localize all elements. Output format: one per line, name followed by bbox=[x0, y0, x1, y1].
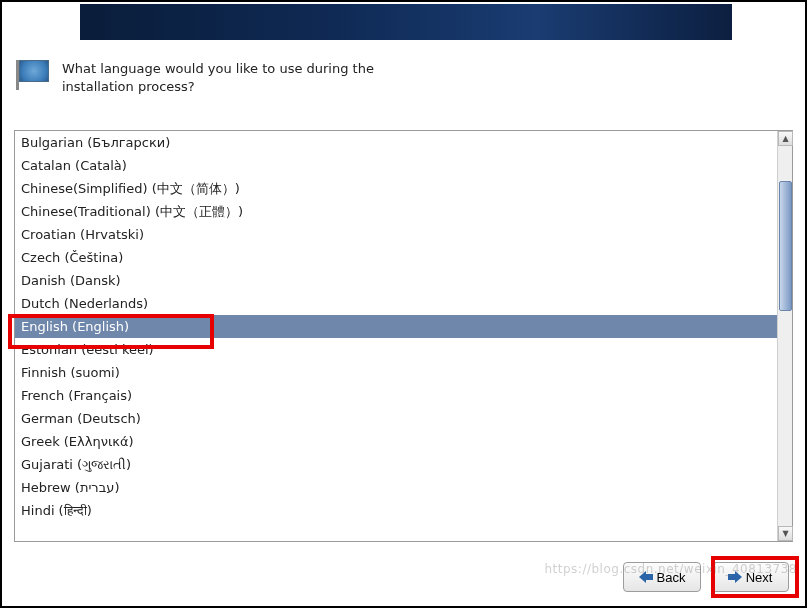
language-option[interactable]: Hindi (हिन्दी) bbox=[15, 499, 777, 522]
installer-window: What language would you like to use duri… bbox=[0, 0, 807, 608]
language-option[interactable]: Chinese(Simplified) (中文（简体）) bbox=[15, 177, 777, 200]
language-option[interactable]: Czech (Čeština) bbox=[15, 246, 777, 269]
language-list-container: Bulgarian (Български)Catalan (Català)Chi… bbox=[14, 130, 793, 542]
arrow-left-icon bbox=[639, 572, 653, 582]
arrow-right-icon bbox=[728, 572, 742, 582]
prompt-text: What language would you like to use duri… bbox=[62, 60, 422, 96]
next-button[interactable]: Next bbox=[711, 562, 789, 592]
language-option[interactable]: Danish (Dansk) bbox=[15, 269, 777, 292]
language-option[interactable]: Gujarati (ગુજરાતી) bbox=[15, 453, 777, 476]
language-option[interactable]: Bulgarian (Български) bbox=[15, 131, 777, 154]
language-option[interactable]: Greek (Ελληνικά) bbox=[15, 430, 777, 453]
prompt-row: What language would you like to use duri… bbox=[16, 60, 785, 96]
scroll-thumb[interactable] bbox=[779, 181, 792, 311]
back-button[interactable]: Back bbox=[623, 562, 701, 592]
language-option[interactable]: Estonian (eesti keel) bbox=[15, 338, 777, 361]
language-option[interactable]: Hebrew (עברית) bbox=[15, 476, 777, 499]
button-row: Back Next bbox=[2, 562, 795, 592]
language-option[interactable]: English (English) bbox=[15, 315, 777, 338]
language-list[interactable]: Bulgarian (Български)Catalan (Català)Chi… bbox=[15, 131, 777, 541]
back-button-label: Back bbox=[657, 570, 686, 585]
language-option[interactable]: Croatian (Hrvatski) bbox=[15, 223, 777, 246]
globe-flag-icon bbox=[16, 60, 52, 90]
language-option[interactable]: Dutch (Nederlands) bbox=[15, 292, 777, 315]
language-option[interactable]: Chinese(Traditional) (中文（正體）) bbox=[15, 200, 777, 223]
next-button-label: Next bbox=[746, 570, 773, 585]
scroll-down-button[interactable]: ▼ bbox=[778, 526, 793, 541]
scrollbar[interactable]: ▲ ▼ bbox=[777, 131, 792, 541]
language-option[interactable]: German (Deutsch) bbox=[15, 407, 777, 430]
language-option[interactable]: Catalan (Català) bbox=[15, 154, 777, 177]
language-option[interactable]: Finnish (suomi) bbox=[15, 361, 777, 384]
scroll-up-button[interactable]: ▲ bbox=[778, 131, 793, 146]
language-option[interactable]: French (Français) bbox=[15, 384, 777, 407]
header-banner bbox=[80, 4, 732, 40]
